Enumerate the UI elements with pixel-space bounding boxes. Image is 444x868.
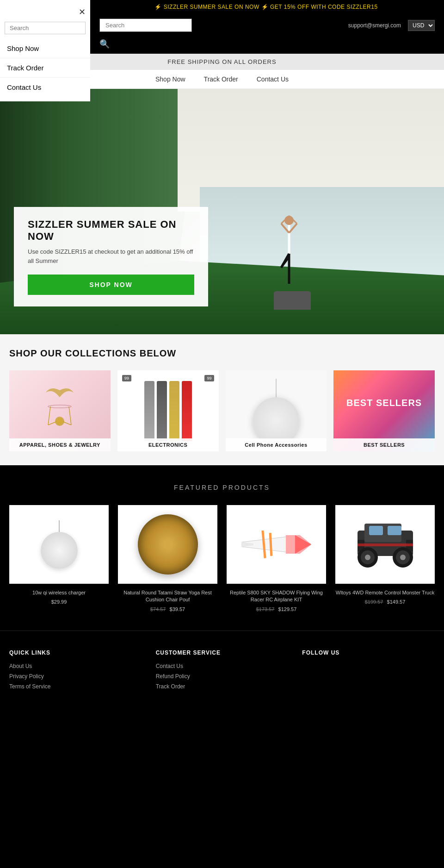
product-airplane-price-old: $173.57 [256, 606, 275, 612]
mobile-menu: ✕ Shop Now Track Order Contact Us [0, 0, 90, 101]
footer-link-terms[interactable]: Terms of Service [9, 683, 142, 690]
product-truck-price-old: $199.57 [365, 599, 383, 605]
svg-point-0 [284, 216, 294, 225]
airplane-visual [240, 526, 314, 563]
wireless-charger-visual [253, 397, 299, 443]
hero-subtitle: Use code SIZZLER15 at checkout to get an… [28, 247, 194, 265]
svg-line-2 [281, 224, 289, 233]
mobile-menu-item-shop[interactable]: Shop Now [0, 39, 90, 58]
product-card-airplane[interactable]: Reptile S800 SKY SHADOW Flying Wing Race… [227, 505, 326, 612]
svg-line-10 [48, 406, 50, 425]
hero-section: SIZZLER SUMMER SALE ON NOW Use code SIZZ… [0, 89, 444, 334]
electronics-badge-left: 99 [122, 375, 131, 381]
charger-cable-visual [59, 520, 60, 532]
svg-line-3 [289, 224, 297, 233]
product-charger-name: 10w qi wireless charger [9, 589, 109, 596]
header: support@smergi.com USD EUR GBP AUD [90, 14, 444, 37]
shipping-text: FREE SHIPPING ON ALL ORDERS [167, 58, 276, 65]
product-charger-image [9, 505, 109, 584]
announcement-bar: ⚡ SIZZLER SUMMER SALE ON NOW ⚡ GET 15% O… [90, 0, 444, 14]
collection-apparel-label: APPAREL, SHOES & JEWELRY [9, 438, 111, 451]
svg-line-11 [69, 406, 71, 425]
featured-section: FEATURED PRODUCTS 10w qi wireless charge… [0, 465, 444, 631]
mobile-menu-item-contact[interactable]: Contact Us [0, 78, 90, 97]
hero-cta-button[interactable]: SHOP NOW [28, 275, 194, 295]
charger-pad-visual [41, 532, 78, 569]
svg-rect-25 [388, 526, 401, 535]
svg-rect-24 [369, 526, 383, 535]
charger-cable [276, 379, 277, 397]
footer-link-track[interactable]: Track Order [156, 683, 289, 690]
product-charger-price: $29.99 [9, 599, 109, 605]
yoga-figure [277, 212, 302, 305]
menu-close-button[interactable]: ✕ [0, 5, 90, 19]
product-card-truck[interactable]: Wltoys 4WD Remote Control Monster Truck … [335, 505, 435, 612]
cushion-visual [138, 514, 198, 575]
product-truck-price: $199.57 $149.57 [335, 599, 435, 605]
featured-grid: 10w qi wireless charger $29.99 Natural R… [9, 505, 435, 612]
collection-bestsellers[interactable]: BEST SELLERS BEST SELLERS [333, 370, 435, 451]
electronics-badge-right: 99 [204, 375, 214, 381]
nail-polish-3 [169, 381, 179, 441]
footer: QUICK LINKS About Us Privacy Policy Term… [0, 631, 444, 717]
footer-quick-links-title: QUICK LINKS [9, 649, 142, 656]
nav-shop-now[interactable]: Shop Now [155, 75, 185, 83]
search-icon-button[interactable]: 🔍 [99, 39, 110, 49]
jewelry-icon [41, 383, 78, 439]
svg-point-30 [365, 555, 370, 560]
svg-point-9 [48, 405, 71, 408]
collection-phone-label: Cell Phone Accessories [226, 438, 327, 451]
product-truck-price-new: $149.57 [387, 599, 406, 605]
product-cushion-price-old: $74.57 [150, 606, 166, 612]
collection-electronics[interactable]: 99 99 ELECTRONICS [117, 370, 219, 451]
footer-link-privacy[interactable]: Privacy Policy [9, 673, 142, 680]
mobile-search-input[interactable] [5, 22, 86, 34]
nail-polish-1 [144, 381, 154, 441]
product-card-charger[interactable]: 10w qi wireless charger $29.99 [9, 505, 109, 612]
product-cushion-image [118, 505, 217, 584]
header-search-input[interactable] [99, 19, 192, 32]
collections-section: SHOP OUR COLLECTIONS BELOW [0, 334, 444, 465]
bestsellers-top-label: BEST SELLERS [346, 398, 422, 408]
product-truck-name: Wltoys 4WD Remote Control Monster Truck [335, 589, 435, 596]
svg-point-33 [400, 555, 406, 560]
collection-bestsellers-label: BEST SELLERS [333, 438, 435, 451]
charger-product-visual [41, 520, 78, 569]
support-email: support@smergi.com [348, 22, 401, 29]
currency-selector[interactable]: USD EUR GBP AUD [408, 20, 435, 31]
footer-quick-links: QUICK LINKS About Us Privacy Policy Term… [9, 649, 142, 693]
product-charger-price-new: $29.99 [51, 599, 67, 605]
product-airplane-price-new: $129.57 [278, 606, 297, 612]
collection-phone-accessories[interactable]: Cell Phone Accessories [226, 370, 327, 451]
collections-title: SHOP OUR COLLECTIONS BELOW [9, 348, 435, 359]
featured-title: FEATURED PRODUCTS [9, 484, 435, 491]
collection-apparel[interactable]: APPAREL, SHOES & JEWELRY [9, 370, 111, 451]
truck-visual [348, 517, 422, 572]
mobile-menu-item-track[interactable]: Track Order [0, 58, 90, 78]
nail-polish-4 [182, 381, 192, 441]
footer-link-contact[interactable]: Contact Us [156, 663, 289, 669]
product-cushion-name: Natural Round Tatami Straw Yoga Rest Cus… [118, 589, 217, 604]
collection-electronics-label: ELECTRONICS [117, 438, 219, 451]
charger-display [253, 379, 299, 443]
svg-rect-34 [358, 543, 413, 546]
product-airplane-name: Reptile S800 SKY SHADOW Flying Wing Race… [227, 589, 326, 604]
close-icon: ✕ [79, 7, 86, 17]
header-right: support@smergi.com USD EUR GBP AUD [348, 20, 435, 31]
footer-link-about[interactable]: About Us [9, 663, 142, 669]
nav-contact-us[interactable]: Contact Us [257, 75, 289, 83]
nail-polish-2 [157, 381, 167, 441]
footer-follow-us: FOLLOW US [302, 649, 435, 693]
product-airplane-image [227, 505, 326, 584]
footer-customer-service-title: CUSTOMER SERVICE [156, 649, 289, 656]
product-airplane-price: $173.57 $129.57 [227, 606, 326, 612]
product-card-cushion[interactable]: Natural Round Tatami Straw Yoga Rest Cus… [118, 505, 217, 612]
product-cushion-price-new: $39.57 [170, 606, 185, 612]
search-icon-row: 🔍 [90, 37, 444, 54]
announcement-text: ⚡ SIZZLER SUMMER SALE ON NOW ⚡ GET 15% O… [154, 4, 377, 10]
footer-grid: QUICK LINKS About Us Privacy Policy Term… [9, 649, 435, 693]
footer-follow-us-title: FOLLOW US [302, 649, 435, 656]
product-cushion-price: $74.57 $39.57 [118, 606, 217, 612]
nav-track-order[interactable]: Track Order [204, 75, 238, 83]
footer-link-refund[interactable]: Refund Policy [156, 673, 289, 680]
